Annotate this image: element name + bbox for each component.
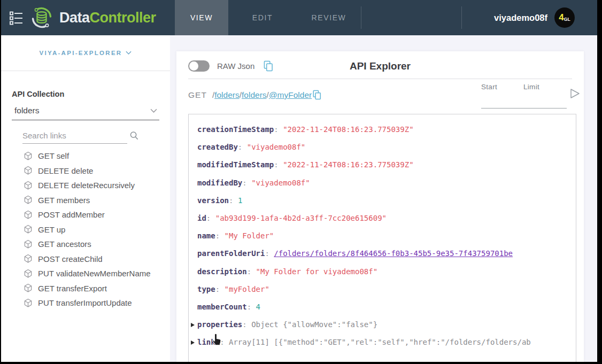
json-key[interactable]: properties xyxy=(197,320,242,329)
sidebar-link-createChild[interactable]: POST createChild xyxy=(24,252,159,267)
json-key: creationTimeStamp xyxy=(197,125,274,134)
expander-icon[interactable] xyxy=(191,323,195,327)
sidebar-link-up[interactable]: GET up xyxy=(24,222,159,237)
tab-edit[interactable]: EDIT xyxy=(228,0,297,35)
link-label: PUT transferImportUpdate xyxy=(38,298,132,307)
datacontroller-logo-icon xyxy=(30,6,53,29)
app-header: DataController VIEWEDITREVIEW viyademo08… xyxy=(1,0,597,35)
copy-icon[interactable] xyxy=(313,90,321,100)
json-colon: : xyxy=(242,320,251,329)
sidebar-link-members[interactable]: GET members xyxy=(24,193,159,208)
path-segment-@myFolder[interactable]: @myFolder xyxy=(269,90,312,100)
paging-labels: Start Limit xyxy=(481,83,567,91)
cube-icon xyxy=(24,298,33,308)
json-value: "ab93d199-1afa-4b2d-a3ff-7cc20e615609" xyxy=(215,214,387,222)
json-key: description xyxy=(197,267,247,276)
cube-icon xyxy=(24,224,33,234)
cube-icon xyxy=(24,269,33,278)
json-viewer: creationTimeStamp: "2022-11-24T08:16:23.… xyxy=(188,114,576,362)
cube-icon xyxy=(24,195,33,205)
raw-json-label: RAW Json xyxy=(217,61,254,71)
cube-icon xyxy=(24,210,33,220)
tab-review[interactable]: REVIEW xyxy=(297,0,361,35)
json-key: createdBy xyxy=(197,143,238,151)
header-left: DataController xyxy=(1,0,175,35)
start-label: Start xyxy=(481,83,523,91)
link-label: GET members xyxy=(38,196,90,205)
search-icon[interactable] xyxy=(129,130,139,141)
path-segment-folders[interactable]: folders xyxy=(214,90,240,100)
json-colon: : xyxy=(274,125,283,134)
cube-icon xyxy=(24,151,33,161)
json-value: 1 xyxy=(238,196,242,205)
4gl-badge[interactable]: 4 GL xyxy=(554,7,575,28)
search-links-input[interactable] xyxy=(22,131,129,140)
link-label: PUT validateNewMemberName xyxy=(38,269,151,278)
copy-icon[interactable] xyxy=(264,60,273,72)
json-row-description: description: "My Folder for viyademo08f" xyxy=(189,263,576,281)
json-value[interactable]: /folders/folders/8f464656-f0b3-45b5-9e35… xyxy=(274,249,513,258)
execute-request-button[interactable] xyxy=(569,88,581,99)
sidebar-link-delete[interactable]: DELETE delete xyxy=(24,164,159,179)
user-area: viyademo08f 4 GL xyxy=(462,0,597,35)
username: viyademo08f xyxy=(494,13,547,23)
json-colon: : xyxy=(206,214,215,222)
api-links-list: GET self DELETE delete DELETE deleteRecu… xyxy=(24,149,159,311)
json-key: parentFolderUri xyxy=(197,249,265,258)
json-value: Object {"allowMove":"false"} xyxy=(251,320,377,329)
json-row-type: type: "myFolder" xyxy=(189,281,576,298)
cube-icon xyxy=(24,166,33,175)
json-key: name xyxy=(197,231,215,240)
limit-label: Limit xyxy=(523,83,539,91)
brand-controller: Controller xyxy=(90,10,156,26)
sidebar-link-ancestors[interactable]: GET ancestors xyxy=(24,237,159,252)
api-collection-select[interactable]: folders xyxy=(12,104,159,120)
json-value: "2022-11-24T08:16:23.775039Z" xyxy=(283,160,413,169)
json-row-memberCount: memberCount: 4 xyxy=(189,298,576,316)
link-label: GET up xyxy=(38,225,65,234)
tab-view[interactable]: VIEW xyxy=(175,0,228,35)
api-collection-value: folders xyxy=(14,106,40,115)
json-key: id xyxy=(197,214,206,222)
cube-icon xyxy=(24,254,33,264)
json-key: modifiedBy xyxy=(197,179,242,187)
page-title: API Explorer xyxy=(350,60,411,72)
json-key: modifiedTimeStamp xyxy=(197,160,274,169)
screen-frame: DataController VIEWEDITREVIEW viyademo08… xyxy=(1,0,597,362)
tree-menu-icon[interactable] xyxy=(8,10,24,26)
toggle-knob xyxy=(189,61,198,71)
paging-input[interactable] xyxy=(481,108,567,109)
request-method: GET xyxy=(188,90,207,100)
json-key[interactable]: links xyxy=(197,338,220,346)
json-row-id: id: "ab93d199-1afa-4b2d-a3ff-7cc20e61560… xyxy=(189,210,576,227)
collection-selector[interactable]: VIYA-API-EXPLORER xyxy=(1,35,170,71)
request-line: GET /folders/folders/@myFolder xyxy=(188,90,321,100)
sidebar-link-validateNewMemberName[interactable]: PUT validateNewMemberName xyxy=(24,266,159,281)
json-value: "2022-11-24T08:16:23.775039Z" xyxy=(283,125,413,134)
sidebar-link-deleteRecursively[interactable]: DELETE deleteRecursively xyxy=(24,178,159,193)
card-header: RAW Json API Explorer xyxy=(188,51,572,79)
brand-wordmark: DataController xyxy=(59,10,156,26)
sidebar-link-self[interactable]: GET self xyxy=(24,149,159,164)
json-value: "My Folder for viyademo08f" xyxy=(256,267,378,276)
collection-selector-label: VIYA-API-EXPLORER xyxy=(40,50,122,56)
json-row-creationTimeStamp: creationTimeStamp: "2022-11-24T08:16:23.… xyxy=(189,121,576,138)
sidebar-link-transferExport[interactable]: GET transferExport xyxy=(24,281,159,296)
sidebar-link-addMember[interactable]: POST addMember xyxy=(24,207,159,222)
json-value: 4 xyxy=(256,303,260,311)
sidebar-body: API Collection folders GET se xyxy=(1,90,170,311)
chevron-down-icon xyxy=(126,51,132,55)
json-colon: : xyxy=(238,143,247,151)
json-colon: : xyxy=(274,160,283,169)
badge-number: 4 xyxy=(559,12,564,23)
json-colon: : xyxy=(215,231,225,240)
json-value: "My Folder" xyxy=(225,231,274,240)
sidebar-link-transferImportUpdate[interactable]: PUT transferImportUpdate xyxy=(24,296,159,311)
expander-icon[interactable] xyxy=(191,340,195,345)
path-segment-folders[interactable]: folders xyxy=(242,90,267,100)
search-links-field xyxy=(22,129,127,144)
paging-controls: Start Limit xyxy=(481,83,567,110)
json-value: "viyademo08f" xyxy=(247,143,306,151)
json-row-createdBy: createdBy: "viyademo08f" xyxy=(189,138,576,156)
raw-json-toggle[interactable] xyxy=(188,60,210,72)
